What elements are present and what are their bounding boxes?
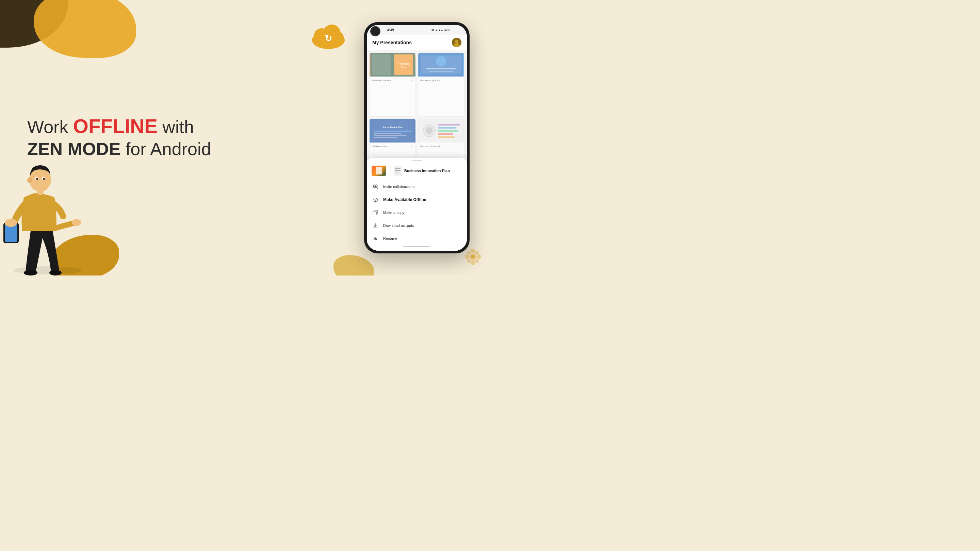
svg-rect-44 [438, 130, 458, 132]
svg-point-6 [24, 270, 37, 275]
invite-label: Invite collaborators [383, 185, 414, 189]
status-time: 4:49 [387, 28, 394, 32]
svg-point-15 [36, 178, 38, 180]
status-icons: ▦ ▲▲▲ 44% [431, 29, 450, 32]
sheet-file-name: Business Innovation Plan [404, 169, 450, 173]
sheet-file-thumbnail [372, 166, 386, 176]
rename-label: Rename [383, 237, 398, 240]
invite-collaborators-icon [372, 184, 378, 189]
wifi-icon: ▦ [431, 29, 434, 32]
svg-rect-45 [438, 133, 453, 135]
context-menu-sheet: Business Innovation Plan Invite collabor… [367, 158, 467, 251]
rename-icon: Aı [372, 235, 379, 241]
svg-text:Plan: Plan [401, 66, 406, 68]
card-info-1: Business Innova... ⋮ [369, 76, 415, 84]
menu-item-copy[interactable]: Make a copy [367, 206, 467, 219]
svg-text:Financial: Financial [398, 62, 409, 65]
svg-rect-68 [395, 172, 398, 172]
sheet-handle [411, 160, 422, 161]
menu-item-download[interactable]: Download as .pptx [367, 219, 467, 232]
svg-point-21 [453, 43, 460, 47]
offline-icon [372, 197, 379, 203]
app-title: My Presentations [372, 40, 412, 45]
card-thumbnail-4 [418, 119, 464, 143]
presentation-card-2[interactable]: Essential tips for... ⋮ [418, 53, 464, 116]
svg-point-29 [436, 56, 447, 66]
svg-rect-23 [372, 54, 391, 75]
phone-screen: 4:49 ▦ ▲▲▲ 44% My Presentations [367, 25, 467, 251]
card-info-3: Diffidence to ⋮ [369, 143, 415, 150]
copy-label: Make a copy [383, 211, 404, 214]
svg-rect-35 [374, 130, 411, 132]
headline-for-android: for Android [121, 139, 211, 159]
copy-icon [372, 210, 379, 216]
svg-point-20 [455, 40, 458, 43]
svg-rect-66 [395, 168, 401, 169]
person-illustration [0, 133, 116, 275]
presentation-card-1[interactable]: Financial Plan Business Innova... ⋮ [369, 53, 415, 116]
card-thumbnail-1: Financial Plan [369, 53, 415, 76]
make-available-offline-icon [372, 197, 378, 202]
svg-point-73 [471, 249, 476, 253]
card-thumbnail-3: Social Media Plan [369, 119, 415, 143]
card-name-3: Diffidence to [372, 145, 387, 148]
bg-blob-yellow-right [334, 255, 374, 275]
card-menu-3[interactable]: ⋮ [409, 144, 414, 149]
svg-rect-43 [438, 127, 457, 129]
menu-item-offline[interactable]: Make Available Offline [367, 193, 467, 206]
avatar-image [452, 38, 461, 47]
card-name-1: Business Innova... [372, 79, 394, 82]
svg-point-10 [5, 219, 17, 227]
sheet-file-icon [394, 166, 401, 176]
card-menu-1[interactable]: ⋮ [409, 78, 414, 83]
thumb-svg-3: Social Media Plan [369, 119, 415, 143]
svg-rect-37 [374, 135, 406, 136]
thumb-svg-4 [418, 119, 464, 143]
phone-camera [370, 26, 380, 37]
svg-rect-30 [426, 68, 457, 69]
svg-point-76 [476, 254, 481, 259]
sheet-file-header: Business Innovation Plan [367, 162, 467, 180]
phone-mockup-container: 4:49 ▦ ▲▲▲ 44% My Presentations [364, 22, 469, 253]
svg-point-17 [27, 177, 32, 183]
cloud-icon: ↻ [310, 21, 347, 49]
svg-point-74 [471, 260, 476, 265]
invite-icon [372, 184, 379, 190]
card-menu-4[interactable]: ⋮ [458, 144, 462, 149]
card-info-4: Process Animati... ⋮ [418, 143, 464, 150]
phone-frame: 4:49 ▦ ▲▲▲ 44% My Presentations [364, 22, 469, 253]
app-header: My Presentations [367, 35, 467, 50]
user-avatar[interactable] [452, 38, 461, 47]
make-copy-icon [372, 210, 378, 215]
download-icon [372, 222, 379, 229]
svg-rect-67 [395, 170, 401, 171]
svg-point-70 [375, 185, 377, 187]
offline-label: Make Available Offline [383, 197, 426, 202]
svg-text:Social Media Plan: Social Media Plan [382, 126, 402, 129]
menu-item-invite[interactable]: Invite collaborators [367, 180, 467, 193]
card-name-2: Essential tips for... [420, 79, 442, 82]
svg-point-69 [373, 185, 375, 187]
svg-point-3 [331, 31, 344, 43]
svg-point-5 [14, 266, 82, 275]
battery-text: 44% [444, 29, 450, 32]
svg-text:↻: ↻ [325, 33, 332, 43]
menu-item-rename[interactable]: Aı Rename [367, 232, 467, 245]
svg-point-41 [426, 127, 433, 134]
headline-with: with [158, 117, 194, 137]
thumb-svg-1: Financial Plan [369, 53, 415, 76]
card-thumbnail-2 [418, 53, 464, 76]
bg-blob-yellow-top [34, 0, 136, 58]
signal-icon: ▲▲▲ [435, 29, 443, 32]
card-info-2: Essential tips for... ⋮ [418, 76, 464, 84]
download-label: Download as .pptx [383, 224, 414, 227]
svg-rect-46 [438, 137, 455, 138]
svg-point-75 [465, 254, 469, 259]
card-name-4: Process Animati... [420, 145, 442, 148]
home-indicator [403, 246, 430, 247]
svg-rect-36 [374, 133, 401, 134]
svg-rect-71 [373, 211, 376, 215]
thumb-svg-2 [418, 53, 464, 76]
card-menu-2[interactable]: ⋮ [458, 78, 462, 83]
cloud-container: ↻ [310, 21, 347, 51]
